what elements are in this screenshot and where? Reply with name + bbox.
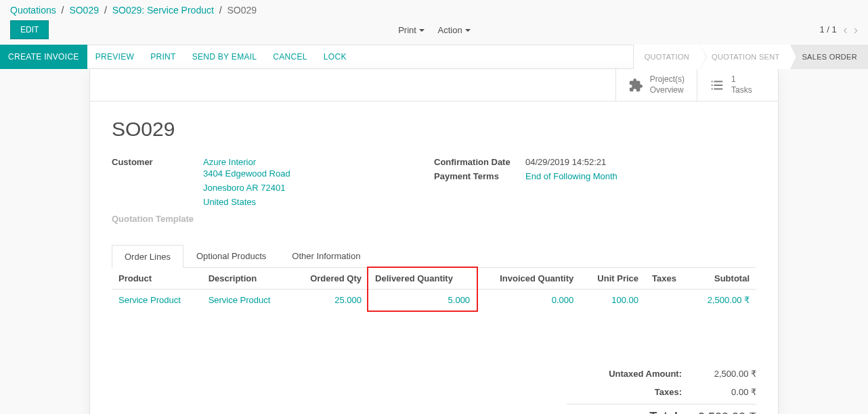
caret-icon <box>465 29 471 32</box>
address-country: United States <box>203 196 434 210</box>
cancel-button[interactable]: CANCEL <box>265 52 315 62</box>
confirmation-date-label: Confirmation Date <box>434 157 525 167</box>
total-value: 2,500.00 ₹ <box>695 410 756 414</box>
tab-order-lines[interactable]: Order Lines <box>112 245 183 268</box>
caret-icon <box>419 29 425 32</box>
col-unit-price[interactable]: Unit Price <box>580 268 645 290</box>
cell-subtotal: 2,500.00 ₹ <box>690 289 756 310</box>
pager-current: 1 <box>819 24 824 34</box>
cell-product: Service Product <box>112 289 202 310</box>
table-header-row: Product Description Ordered Qty Delivere… <box>112 268 756 290</box>
address-line: Jonesboro AR 72401 <box>203 181 434 196</box>
breadcrumb-link[interactable]: Quotations <box>10 5 56 16</box>
status-quotation-sent[interactable]: QUOTATION SENT <box>700 45 790 69</box>
customer-link[interactable]: Azure Interior <box>203 157 256 167</box>
cell-unit-price: 100.00 <box>580 289 645 310</box>
col-ordered-qty[interactable]: Ordered Qty <box>291 268 368 290</box>
pager: 1 / 1 ‹ › <box>819 23 858 37</box>
tabs: Order Lines Optional Products Other Info… <box>112 244 756 268</box>
create-invoice-button[interactable]: CREATE INVOICE <box>0 45 87 69</box>
col-product[interactable]: Product <box>112 268 202 290</box>
top-bar: EDIT Print Action 1 / 1 ‹ › <box>0 20 868 45</box>
projects-line1: Project(s) <box>650 74 685 85</box>
breadcrumb-separator: / <box>219 5 222 16</box>
action-bar: CREATE INVOICE PREVIEW PRINT SEND BY EMA… <box>0 45 868 69</box>
stat-buttons: Project(s) Overview 1 Tasks <box>90 69 778 101</box>
cell-delivered-qty: 5.000 <box>368 289 477 310</box>
status-sales-order[interactable]: SALES ORDER <box>790 45 868 69</box>
address-line: 3404 Edgewood Road <box>203 167 434 181</box>
untaxed-value: 2,500.00 ₹ <box>695 369 756 379</box>
pager-prev-icon[interactable]: ‹ <box>843 23 847 37</box>
payment-terms-label: Payment Terms <box>434 171 525 181</box>
col-invoiced-qty[interactable]: Invoiced Quantity <box>477 268 580 290</box>
cell-taxes <box>645 289 690 310</box>
quotation-template-label: Quotation Template <box>112 214 203 224</box>
print-dropdown[interactable]: Print <box>398 25 425 35</box>
cell-invoiced-qty: 0.000 <box>477 289 580 310</box>
tasks-stat-button[interactable]: 1 Tasks <box>697 69 778 101</box>
customer-label: Customer <box>112 157 203 209</box>
breadcrumb-current: SO029 <box>227 5 257 16</box>
breadcrumb-separator: / <box>62 5 64 16</box>
untaxed-label: Untaxed Amount: <box>567 369 682 379</box>
col-subtotal[interactable]: Subtotal <box>690 268 756 290</box>
breadcrumb-separator: / <box>104 5 107 16</box>
confirmation-date-value: 04/29/2019 14:52:21 <box>525 157 756 167</box>
totals: Untaxed Amount: 2,500.00 ₹ Taxes: 0.00 ₹… <box>567 365 756 414</box>
table-row[interactable]: Service Product Service Product 25.000 5… <box>112 289 756 310</box>
send-email-button[interactable]: SEND BY EMAIL <box>184 52 265 62</box>
page-title: SO029 <box>112 118 756 141</box>
status-bar: QUOTATION QUOTATION SENT SALES ORDER <box>633 45 868 69</box>
taxes-label: Taxes: <box>567 387 682 397</box>
col-taxes[interactable]: Taxes <box>645 268 690 290</box>
col-description[interactable]: Description <box>202 268 292 290</box>
lock-button[interactable]: LOCK <box>316 52 355 62</box>
pager-next-icon[interactable]: › <box>854 23 858 37</box>
payment-terms-link[interactable]: End of Following Month <box>525 171 617 181</box>
col-delivered-qty[interactable]: Delivered Quantity <box>368 268 477 290</box>
total-label: Total: <box>567 410 682 414</box>
tasks-label: Tasks <box>731 85 752 96</box>
cell-description: Service Product <box>202 289 292 310</box>
tasks-icon <box>710 78 724 93</box>
action-dropdown[interactable]: Action <box>438 25 471 35</box>
projects-stat-button[interactable]: Project(s) Overview <box>615 69 697 101</box>
tab-optional-products[interactable]: Optional Products <box>183 244 279 267</box>
breadcrumb-link[interactable]: SO029: Service Product <box>112 5 214 16</box>
taxes-value: 0.00 ₹ <box>695 387 756 397</box>
tasks-count: 1 <box>731 74 752 85</box>
edit-button[interactable]: EDIT <box>10 20 49 39</box>
breadcrumb: Quotations / SO029 / SO029: Service Prod… <box>0 0 868 20</box>
preview-button[interactable]: PREVIEW <box>87 52 142 62</box>
cell-ordered-qty: 25.000 <box>291 289 368 310</box>
puzzle-icon <box>628 78 643 93</box>
order-lines-table: Product Description Ordered Qty Delivere… <box>112 268 756 310</box>
tab-other-information[interactable]: Other Information <box>279 244 373 267</box>
form-sheet: Project(s) Overview 1 Tasks SO029 Custom… <box>89 69 779 414</box>
print-button[interactable]: PRINT <box>142 52 184 62</box>
projects-line2: Overview <box>650 85 685 96</box>
breadcrumb-link[interactable]: SO029 <box>69 5 99 16</box>
status-quotation[interactable]: QUOTATION <box>633 45 700 69</box>
pager-total: 1 <box>832 24 837 34</box>
